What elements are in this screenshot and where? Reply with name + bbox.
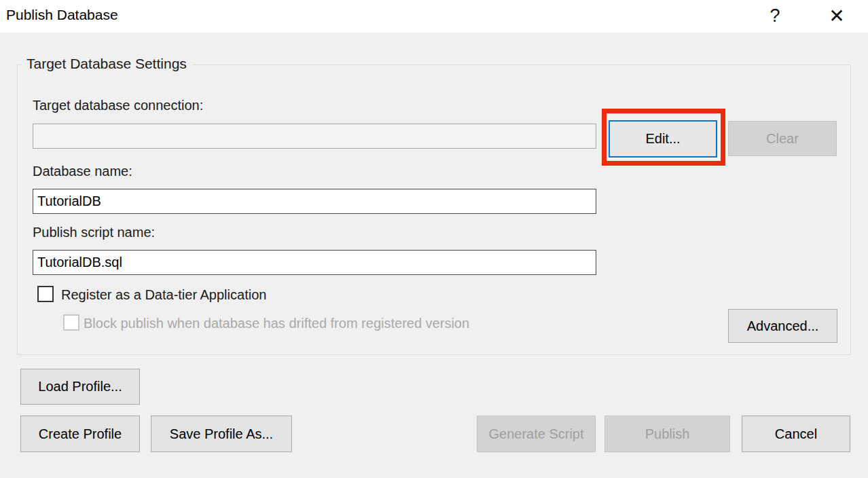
register-data-tier-label: Register as a Data-tier Application (61, 287, 266, 303)
window-title: Publish Database (6, 7, 118, 23)
database-name-label: Database name: (33, 164, 132, 179)
cancel-button[interactable]: Cancel (742, 416, 850, 452)
block-publish-checkbox (63, 314, 79, 331)
clear-button: Clear (728, 121, 837, 156)
group-title: Target Database Settings (22, 56, 192, 72)
publish-script-name-label: Publish script name: (33, 225, 155, 240)
save-profile-as-button[interactable]: Save Profile As... (151, 416, 292, 452)
load-profile-button[interactable]: Load Profile... (20, 369, 140, 405)
edit-button[interactable]: Edit... (609, 120, 717, 158)
titlebar: Publish Database ? ✕ (0, 0, 868, 33)
publish-database-dialog: Publish Database ? ✕ Target Database Set… (0, 0, 868, 478)
help-icon[interactable]: ? (759, 0, 791, 31)
publish-script-name-input[interactable] (33, 250, 596, 275)
advanced-button[interactable]: Advanced... (728, 309, 837, 343)
database-name-input[interactable] (33, 189, 596, 214)
close-icon[interactable]: ✕ (821, 0, 852, 31)
block-publish-label: Block publish when database has drifted … (84, 316, 469, 331)
target-database-connection-label: Target database connection: (33, 98, 203, 113)
create-profile-button[interactable]: Create Profile (20, 416, 140, 452)
generate-script-button: Generate Script (477, 416, 596, 452)
target-database-connection-input[interactable] (33, 124, 596, 149)
register-data-tier-checkbox[interactable] (37, 286, 54, 302)
publish-button: Publish (604, 416, 730, 452)
